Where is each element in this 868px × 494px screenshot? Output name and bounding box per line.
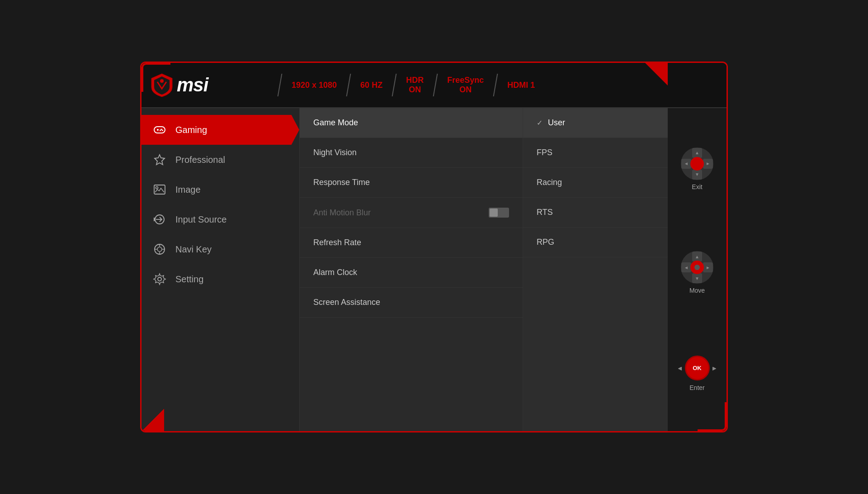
svg-rect-1 — [154, 127, 165, 133]
hdr-stat: HDR ON — [397, 76, 433, 95]
exit-control-group: ▲ ▼ ◄ ► Exit — [681, 148, 713, 190]
ok-text: OK — [693, 365, 702, 371]
header-separator-4 — [433, 74, 438, 96]
refresh-stat: 60 HZ — [351, 81, 392, 90]
move-label: Move — [689, 287, 705, 294]
sidebar-label-professional: Professional — [175, 155, 225, 165]
svg-point-5 — [162, 130, 163, 131]
anti-motion-blur-toggle — [489, 208, 509, 218]
header-separator-5 — [493, 74, 498, 96]
msi-logo: msi — [151, 73, 208, 98]
gamepad-icon — [153, 123, 166, 137]
dpad-down-move[interactable]: ▼ — [692, 273, 702, 283]
sidebar-item-setting[interactable]: Setting — [142, 264, 299, 294]
right-item-rpg[interactable]: RPG — [523, 228, 668, 257]
sidebar-item-professional[interactable]: Professional — [142, 145, 299, 175]
enter-ok-button[interactable]: OK — [685, 356, 710, 380]
controls-panel: ▲ ▼ ◄ ► Exit ▲ ▼ ◄ — [668, 108, 726, 431]
right-menu: ✓ User FPS Racing RTS RPG — [523, 108, 668, 431]
exit-dpad[interactable]: ▲ ▼ ◄ ► — [681, 148, 713, 180]
enter-control-group: ◄ OK ► Enter — [677, 356, 717, 391]
logo-section: msi — [151, 73, 277, 98]
right-item-fps[interactable]: FPS — [523, 138, 668, 168]
middle-menu: Game Mode Night Vision Response Time Ant… — [300, 108, 523, 431]
menu-item-game-mode[interactable]: Game Mode — [300, 108, 523, 138]
enter-label: Enter — [689, 384, 704, 391]
sidebar-label-navi-key: Navi Key — [175, 244, 212, 255]
menu-item-anti-motion-blur: Anti Motion Blur — [300, 198, 523, 228]
sidebar-label-setting: Setting — [175, 274, 203, 285]
move-control-group: ▲ ▼ ◄ ► Move — [681, 252, 713, 294]
svg-marker-7 — [155, 155, 165, 165]
menu-item-screen-assistance[interactable]: Screen Assistance — [300, 288, 523, 318]
svg-rect-8 — [154, 185, 165, 194]
sidebar-label-image: Image — [175, 185, 201, 195]
input-stat: HDMI 1 — [498, 81, 544, 90]
star-icon — [153, 153, 166, 166]
menu-item-response-time[interactable]: Response Time — [300, 168, 523, 198]
image-icon — [153, 183, 166, 196]
setting-icon — [153, 272, 166, 286]
svg-point-14 — [157, 247, 162, 252]
svg-point-9 — [156, 187, 158, 189]
svg-point-4 — [161, 129, 162, 130]
svg-point-0 — [160, 79, 164, 83]
menu-item-night-vision[interactable]: Night Vision — [300, 138, 523, 168]
msi-shield-icon — [151, 73, 173, 98]
svg-point-21 — [694, 265, 700, 270]
dpad-up-exit[interactable]: ▲ — [692, 148, 702, 158]
svg-point-20 — [694, 161, 700, 166]
menu-item-refresh-rate[interactable]: Refresh Rate — [300, 228, 523, 258]
sidebar-label-gaming: Gaming — [175, 125, 207, 135]
sidebar: Gaming Professional — [142, 108, 300, 431]
accent-top-right — [645, 63, 668, 86]
input-source-icon — [153, 213, 166, 226]
navi-key-icon — [153, 242, 166, 256]
toggle-knob — [490, 209, 498, 217]
msi-brand-text: msi — [177, 74, 208, 96]
svg-point-6 — [160, 130, 161, 131]
dpad-up-move[interactable]: ▲ — [692, 252, 702, 261]
sidebar-item-navi-key[interactable]: Navi Key — [142, 234, 299, 264]
move-dpad[interactable]: ▲ ▼ ◄ ► — [681, 252, 713, 283]
dpad-right-exit[interactable]: ► — [703, 159, 713, 169]
menu-item-alarm-clock[interactable]: Alarm Clock — [300, 258, 523, 288]
right-item-user[interactable]: ✓ User — [523, 108, 668, 138]
dpad-down-exit[interactable]: ▼ — [692, 170, 702, 180]
dpad-center-exit[interactable] — [690, 157, 704, 171]
header-separator-3 — [392, 74, 397, 96]
sidebar-item-input-source[interactable]: Input Source — [142, 204, 299, 234]
accent-bottom-left — [142, 408, 164, 431]
header-separator-1 — [278, 74, 283, 96]
checkmark-user: ✓ — [537, 119, 542, 127]
resolution-stat: 1920 x 1080 — [283, 81, 346, 90]
freesync-stat: FreeSync ON — [438, 76, 493, 95]
header-bar: msi 1920 x 1080 60 HZ HDR ON FreeSync ON — [142, 63, 726, 108]
dpad-left-move[interactable]: ◄ — [681, 262, 691, 272]
exit-label: Exit — [692, 183, 702, 190]
dpad-left-exit[interactable]: ◄ — [681, 159, 691, 169]
right-item-rts[interactable]: RTS — [523, 198, 668, 228]
svg-point-19 — [158, 277, 161, 281]
sidebar-item-gaming[interactable]: Gaming — [142, 115, 299, 145]
header-separator-2 — [346, 74, 351, 96]
dpad-right-move[interactable]: ► — [703, 262, 713, 272]
sidebar-item-image[interactable]: Image — [142, 175, 299, 204]
dpad-center-move[interactable] — [690, 261, 704, 274]
enter-right-arrow: ► — [711, 365, 717, 372]
sidebar-label-input-source: Input Source — [175, 214, 226, 225]
main-content: Gaming Professional — [142, 108, 726, 431]
monitor-frame: msi 1920 x 1080 60 HZ HDR ON FreeSync ON — [140, 62, 728, 432]
right-item-racing[interactable]: Racing — [523, 168, 668, 198]
